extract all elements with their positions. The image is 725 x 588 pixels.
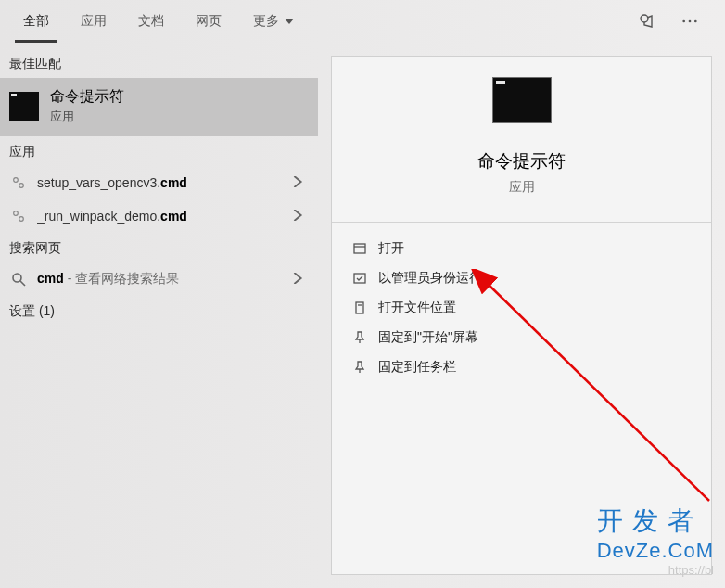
svg-rect-11 xyxy=(354,244,365,253)
preview-cmd-icon xyxy=(492,77,552,123)
best-match-title: 命令提示符 xyxy=(50,87,124,107)
svg-point-4 xyxy=(694,20,697,23)
action-run-admin[interactable]: 以管理员身份运行 xyxy=(349,263,694,293)
tab-more[interactable]: 更多 xyxy=(237,0,310,43)
results-panel: 最佳匹配 命令提示符 应用 应用 setup_vars_opencv3.cmd xyxy=(0,43,318,588)
action-open[interactable]: 打开 xyxy=(349,234,694,263)
tab-all[interactable]: 全部 xyxy=(7,0,65,43)
cmd-icon xyxy=(9,92,39,121)
svg-point-8 xyxy=(19,217,24,222)
action-open-location[interactable]: 打开文件位置 xyxy=(349,293,694,323)
action-pin-start-label: 固定到"开始"屏幕 xyxy=(378,329,478,346)
section-search-web-label: 搜索网页 xyxy=(0,233,318,262)
preview-panel: 命令提示符 应用 打开 以管理员身份运行 打开文件位置 xyxy=(331,56,712,575)
best-match-subtitle: 应用 xyxy=(50,109,124,125)
preview-subtitle: 应用 xyxy=(349,179,694,196)
tab-apps-label: 应用 xyxy=(81,13,107,30)
pin-start-icon xyxy=(349,330,371,345)
app-result-1[interactable]: _run_winpack_demo.cmd xyxy=(0,199,318,233)
action-open-location-label: 打开文件位置 xyxy=(378,300,456,316)
app-result-label: _run_winpack_demo.cmd xyxy=(37,209,292,224)
web-result-label: cmd - 查看网络搜索结果 xyxy=(37,271,292,288)
script-icon xyxy=(9,175,28,190)
tab-apps[interactable]: 应用 xyxy=(65,0,122,43)
svg-point-6 xyxy=(19,184,24,188)
svg-point-9 xyxy=(13,274,21,282)
app-result-0[interactable]: setup_vars_opencv3.cmd xyxy=(0,166,318,199)
pin-taskbar-icon xyxy=(349,360,371,375)
svg-rect-14 xyxy=(356,302,363,313)
svg-point-5 xyxy=(14,178,19,183)
chevron-down-icon xyxy=(285,14,294,29)
feedback-icon[interactable] xyxy=(638,12,656,31)
best-match-item[interactable]: 命令提示符 应用 xyxy=(0,78,318,136)
preview-title: 命令提示符 xyxy=(349,149,694,173)
content: 最佳匹配 命令提示符 应用 应用 setup_vars_opencv3.cmd xyxy=(0,43,725,588)
shield-icon xyxy=(349,271,371,286)
script-icon xyxy=(9,209,28,224)
tab-all-label: 全部 xyxy=(23,13,49,30)
web-result[interactable]: cmd - 查看网络搜索结果 xyxy=(0,262,318,296)
action-pin-start[interactable]: 固定到"开始"屏幕 xyxy=(349,323,694,352)
divider xyxy=(332,222,711,223)
tab-docs[interactable]: 文档 xyxy=(122,0,180,43)
action-open-label: 打开 xyxy=(378,240,404,257)
chevron-right-icon xyxy=(292,272,309,287)
svg-point-7 xyxy=(14,211,19,216)
svg-point-2 xyxy=(682,20,685,23)
svg-point-1 xyxy=(641,15,648,22)
tab-web[interactable]: 网页 xyxy=(180,0,237,43)
open-icon xyxy=(349,241,371,256)
search-icon xyxy=(9,272,28,287)
action-run-admin-label: 以管理员身份运行 xyxy=(378,270,482,287)
chevron-right-icon xyxy=(292,175,309,190)
search-tabs: 全部 应用 文档 网页 更多 xyxy=(0,0,725,43)
svg-point-3 xyxy=(689,20,692,23)
tab-more-label: 更多 xyxy=(253,13,279,30)
action-pin-taskbar-label: 固定到任务栏 xyxy=(378,359,456,376)
folder-icon xyxy=(349,300,371,315)
best-match-text: 命令提示符 应用 xyxy=(50,87,124,125)
chevron-right-icon xyxy=(292,209,309,224)
svg-line-10 xyxy=(20,281,25,286)
svg-marker-0 xyxy=(285,19,294,24)
preview-container: 命令提示符 应用 打开 以管理员身份运行 打开文件位置 xyxy=(318,43,725,588)
svg-rect-13 xyxy=(354,274,365,283)
more-options-icon[interactable] xyxy=(675,6,705,36)
app-result-label: setup_vars_opencv3.cmd xyxy=(37,175,292,190)
action-pin-taskbar[interactable]: 固定到任务栏 xyxy=(349,352,694,382)
section-settings-label: 设置 (1) xyxy=(0,296,318,326)
section-apps-label: 应用 xyxy=(0,136,318,166)
section-best-match-label: 最佳匹配 xyxy=(0,48,318,78)
tab-web-label: 网页 xyxy=(196,13,222,30)
tab-docs-label: 文档 xyxy=(138,13,164,30)
